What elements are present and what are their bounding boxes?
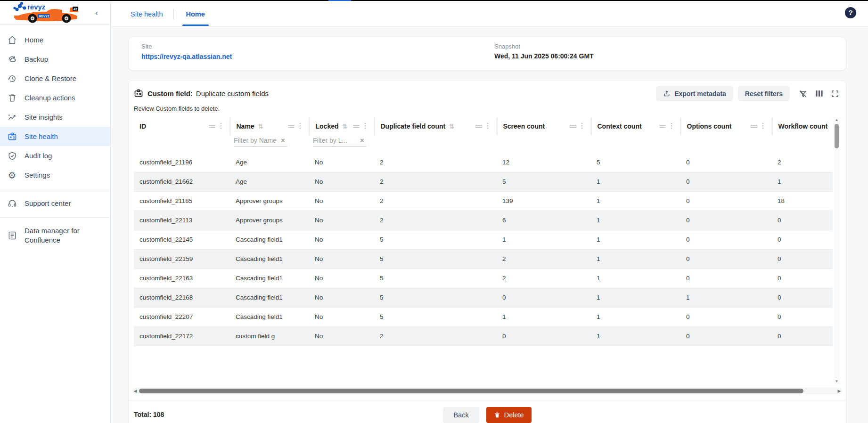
columns-icon[interactable] <box>814 89 824 98</box>
drag-handle-icon[interactable] <box>659 123 666 128</box>
sidebar-item-label: Settings <box>25 171 50 179</box>
scroll-down-icon[interactable]: ▼ <box>834 379 840 384</box>
column-menu-icon[interactable]: ⋮ <box>484 122 491 130</box>
column-header-screen-count[interactable]: Screen count⋮ <box>497 117 591 135</box>
column-header-duplicate-field-count[interactable]: Duplicate field count⇅⋮ <box>374 117 497 135</box>
column-header-context-count[interactable]: Context count⋮ <box>591 117 680 135</box>
document-icon <box>7 231 17 241</box>
filter-cell <box>134 135 230 153</box>
drag-handle-icon[interactable] <box>209 123 215 128</box>
table-row[interactable]: customfield_22207Cascading field1No51100 <box>134 307 833 326</box>
molecule-icon <box>14 2 25 11</box>
revyz-logo[interactable]: revyz 42 REVYZ <box>13 2 84 24</box>
active-tab-underline <box>182 24 209 26</box>
export-icon <box>663 90 671 98</box>
sort-icon[interactable]: ⇅ <box>343 123 348 130</box>
table-filter-row: ×× <box>134 135 833 153</box>
clear-filter-icon[interactable]: × <box>281 136 285 144</box>
sidebar-item-site-health[interactable]: Site health <box>0 127 110 146</box>
sidebar-item-settings[interactable]: ⚙ Settings <box>0 165 110 185</box>
table-cell: Approver groups <box>230 211 309 230</box>
sidebar-item-site-insights[interactable]: Site insights <box>0 107 110 127</box>
table-row[interactable]: customfield_21185Approver groupsNo213910… <box>134 191 833 211</box>
table-row[interactable]: customfield_22168Cascading field1No50110 <box>134 288 833 307</box>
drag-handle-icon[interactable] <box>353 123 360 128</box>
table-row[interactable]: customfield_22113Approver groupsNo26100 <box>134 211 833 230</box>
sidebar-item-home[interactable]: Home <box>0 30 110 49</box>
column-menu-icon[interactable]: ⋮ <box>297 122 304 130</box>
table-row[interactable]: customfield_22159Cascading field1No52100 <box>134 249 833 268</box>
table-cell: 1 <box>591 230 680 249</box>
table-cell: 2 <box>772 153 833 172</box>
table-cell: customfield_21196 <box>134 153 230 172</box>
table-cell: 0 <box>497 326 591 346</box>
sidebar-item-support-center[interactable]: Support center <box>0 194 110 213</box>
table-cell: customfield_22172 <box>134 326 230 346</box>
tab-site-health[interactable]: Site health <box>131 10 163 18</box>
horizontal-scrollbar[interactable]: ◀ ▶ <box>132 388 842 394</box>
column-header-locked[interactable]: Locked⇅⋮ <box>309 117 374 135</box>
home-icon <box>7 35 17 45</box>
table-row[interactable]: customfield_21196AgeNo212502 <box>134 153 833 172</box>
scroll-left-icon[interactable]: ◀ <box>132 388 138 394</box>
horizontal-scroll-thumb[interactable] <box>139 389 803 393</box>
sidebar-item-data-manager-confluence[interactable]: Data manager for Confluence <box>0 222 110 249</box>
filter-input-locked[interactable] <box>313 137 358 144</box>
filter-input-name[interactable] <box>234 137 279 144</box>
table-cell: No <box>309 153 374 172</box>
table-cell: customfield_22113 <box>134 211 230 230</box>
table-cell: 0 <box>772 230 833 249</box>
clear-filter-toggle-icon[interactable] <box>798 89 808 98</box>
table-cell: 0 <box>772 326 833 346</box>
drag-handle-icon[interactable] <box>751 123 757 128</box>
scroll-right-icon[interactable]: ▶ <box>836 388 842 394</box>
column-menu-icon[interactable]: ⋮ <box>218 122 225 130</box>
sidebar-collapse-icon[interactable]: ‹ <box>91 8 102 18</box>
sort-icon[interactable]: ⇅ <box>449 123 454 130</box>
column-menu-icon[interactable]: ⋮ <box>760 122 767 130</box>
table-row[interactable]: customfield_22145Cascading field1No51100 <box>134 230 833 249</box>
table-row[interactable]: customfield_22172custom field gNo20100 <box>134 326 833 346</box>
column-header-id[interactable]: ID⋮ <box>134 117 230 135</box>
table-cell: custom field g <box>230 326 309 346</box>
sidebar-item-clone-restore[interactable]: Clone & Restore <box>0 69 110 88</box>
column-header-options-count[interactable]: Options count⋮ <box>680 117 772 135</box>
column-menu-icon[interactable]: ⋮ <box>579 122 586 130</box>
table-row[interactable]: customfield_21662AgeNo25101 <box>134 172 833 191</box>
site-url-link[interactable]: https://revyz-qa.atlassian.net <box>141 53 232 60</box>
drag-handle-icon[interactable] <box>570 123 576 128</box>
table-row[interactable]: customfield_22163Cascading field1No52100 <box>134 268 833 288</box>
scroll-up-icon[interactable]: ▲ <box>834 117 840 123</box>
svg-text:42: 42 <box>74 8 77 11</box>
drag-handle-icon[interactable] <box>288 123 295 128</box>
column-menu-icon[interactable]: ⋮ <box>362 122 369 130</box>
delete-button[interactable]: Delete <box>486 407 532 423</box>
table-cell: Cascading field1 <box>230 268 309 288</box>
delete-label: Delete <box>504 411 524 419</box>
table-cell: 0 <box>772 288 833 307</box>
export-metadata-button[interactable]: Export metadata <box>656 86 733 101</box>
filter-input-wrap: × <box>313 136 366 146</box>
clear-filter-icon[interactable]: × <box>360 136 364 144</box>
badge-icon <box>7 131 17 141</box>
table-cell: 2 <box>374 211 497 230</box>
column-menu-icon[interactable]: ⋮ <box>668 122 675 130</box>
fullscreen-icon[interactable] <box>830 89 840 98</box>
back-button[interactable]: Back <box>443 407 479 423</box>
vertical-scroll-thumb[interactable] <box>835 124 839 148</box>
column-header-workflow-count[interactable]: Workflow count <box>772 117 833 135</box>
sort-icon[interactable]: ⇅ <box>258 123 263 130</box>
sidebar-item-backup[interactable]: Backup <box>0 49 110 69</box>
sidebar-item-cleanup-actions[interactable]: Cleanup actions <box>0 88 110 107</box>
help-icon[interactable]: ? <box>845 7 856 18</box>
column-header-name[interactable]: Name⇅⋮ <box>230 117 309 135</box>
drag-handle-icon[interactable] <box>475 123 482 128</box>
vertical-scrollbar[interactable]: ▲ ▼ <box>834 117 840 384</box>
table-cell: 1 <box>591 211 680 230</box>
reset-filters-button[interactable]: Reset filters <box>738 86 790 101</box>
sidebar-item-audit-log[interactable]: Audit log <box>0 146 110 165</box>
column-label: Options count <box>687 123 732 130</box>
tab-home[interactable]: Home <box>184 2 207 26</box>
table-cell: 1 <box>772 172 833 191</box>
sidebar-divider <box>0 189 110 189</box>
